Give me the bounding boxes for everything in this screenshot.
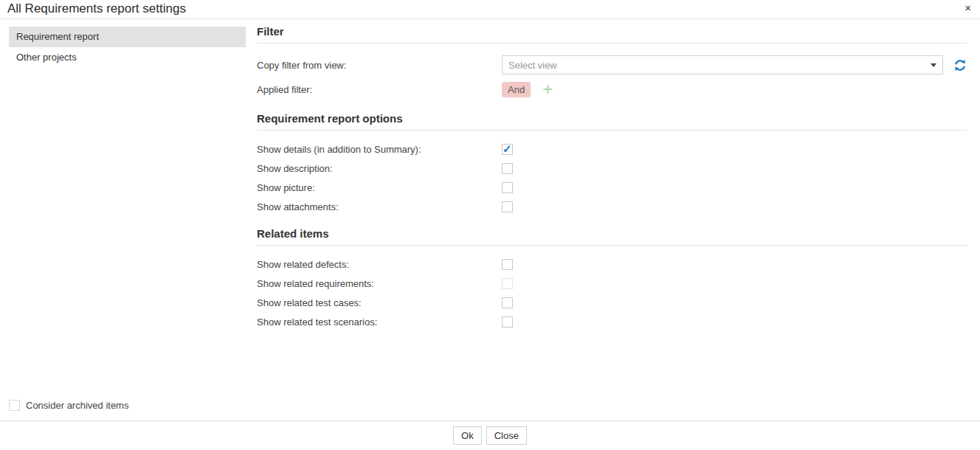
dialog-title: All Requirements report settings — [7, 1, 186, 16]
show-attachments-row: Show attachments: — [257, 197, 967, 216]
dialog-footer: Ok Close — [0, 420, 980, 450]
show-description-row: Show description: — [257, 159, 967, 178]
show-related-defects-checkbox[interactable] — [502, 259, 513, 270]
filter-operator-badge[interactable]: And — [502, 82, 531, 97]
show-related-test-cases-checkbox[interactable] — [502, 297, 513, 308]
copy-filter-label: Copy filter from view: — [257, 60, 502, 71]
consider-archived-label: Consider archived items — [26, 400, 128, 411]
settings-sidebar: Requirement report Other projects — [9, 27, 246, 68]
checkbox-label: Show related defects: — [257, 259, 502, 270]
sidebar-item-other-projects[interactable]: Other projects — [9, 47, 246, 68]
checkbox-label: Show related requirements: — [257, 278, 502, 289]
show-attachments-checkbox[interactable] — [502, 201, 513, 212]
consider-archived-checkbox[interactable] — [9, 400, 20, 411]
applied-filter-label: Applied filter: — [257, 84, 502, 95]
show-description-checkbox[interactable] — [502, 163, 513, 174]
refresh-icon[interactable] — [953, 59, 967, 72]
sidebar-item-requirement-report[interactable]: Requirement report — [9, 27, 246, 47]
checkbox-label: Show details (in addition to Summary): — [257, 144, 502, 155]
consider-archived-row: Consider archived items — [9, 400, 128, 411]
checkbox-label: Show description: — [257, 163, 502, 174]
ok-button[interactable]: Ok — [453, 426, 482, 445]
show-details-row: Show details (in addition to Summary): — [257, 139, 967, 159]
settings-content: Filter Copy filter from view: Select vie… — [257, 22, 967, 331]
copy-filter-row: Copy filter from view: Select view — [257, 55, 967, 75]
checkbox-label: Show related test scenarios: — [257, 316, 502, 328]
close-icon[interactable]: × — [965, 1, 971, 15]
show-picture-checkbox[interactable] — [502, 182, 513, 193]
add-filter-icon[interactable]: + — [542, 82, 553, 97]
copy-filter-view-select[interactable]: Select view — [502, 55, 943, 75]
show-related-requirements-checkbox — [502, 278, 513, 289]
show-related-test-scenarios-checkbox[interactable] — [502, 316, 513, 328]
show-related-test-cases-row: Show related test cases: — [257, 293, 967, 312]
show-details-checkbox[interactable] — [502, 144, 513, 155]
related-section-heading: Related items — [257, 227, 967, 246]
options-section-heading: Requirement report options — [257, 112, 967, 131]
checkbox-label: Show attachments: — [257, 201, 502, 212]
applied-filter-row: Applied filter: And + — [257, 80, 967, 99]
checkbox-label: Show picture: — [257, 182, 502, 193]
close-button[interactable]: Close — [486, 426, 527, 445]
sidebar-item-label: Requirement report — [16, 31, 99, 42]
show-related-defects-row: Show related defects: — [257, 255, 967, 274]
dialog-header: All Requirements report settings × — [0, 0, 980, 19]
filter-section-heading: Filter — [257, 25, 967, 44]
show-related-test-scenarios-row: Show related test scenarios: — [257, 312, 967, 331]
chevron-down-icon — [931, 63, 936, 67]
select-placeholder: Select view — [508, 60, 931, 71]
sidebar-item-label: Other projects — [16, 52, 77, 63]
checkbox-label: Show related test cases: — [257, 297, 502, 308]
show-related-requirements-row: Show related requirements: — [257, 274, 967, 293]
show-picture-row: Show picture: — [257, 178, 967, 197]
